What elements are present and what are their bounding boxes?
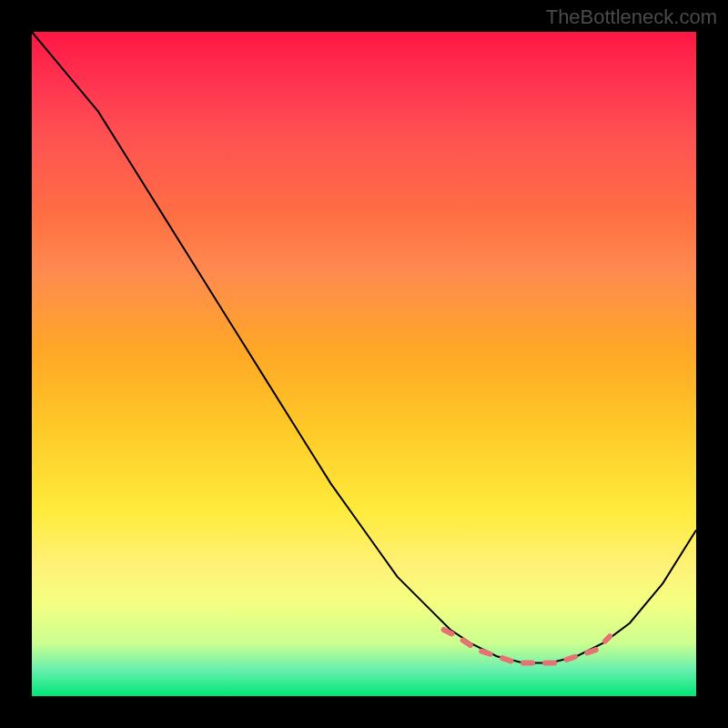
optimal-band-line (444, 630, 610, 663)
watermark-text: TheBottleneck.com (546, 5, 717, 29)
curve-line (32, 32, 696, 663)
chart-plot-area (32, 32, 696, 696)
chart-svg (32, 32, 696, 696)
